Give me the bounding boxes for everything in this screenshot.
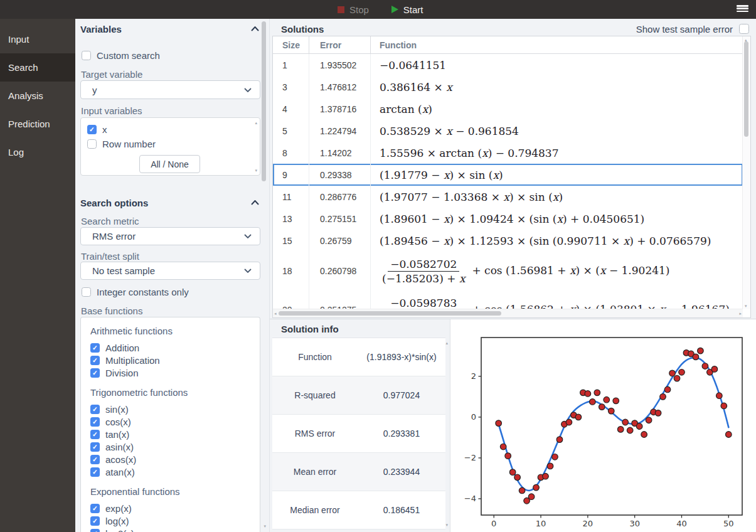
- info-label: Function: [272, 352, 358, 362]
- input-variables-box: ✓xRow number All / None ▴ ▾: [80, 117, 260, 176]
- start-button[interactable]: Start: [391, 4, 423, 15]
- sidebar-item-label: Analysis: [8, 90, 43, 101]
- scroll-down-arrow-icon[interactable]: ▾: [745, 304, 747, 308]
- base-function-division-checkbox[interactable]: ✓: [90, 368, 100, 378]
- function-group-title: Trigonometric functions: [90, 387, 260, 398]
- solution-info-row: Function(1.91893-x)*sin(x): [272, 338, 445, 376]
- hamburger-menu-icon[interactable]: [737, 5, 748, 13]
- search-metric-select[interactable]: RMS error: [80, 227, 260, 245]
- scrollbar-thumb[interactable]: [744, 41, 748, 137]
- base-function-log2-x-option[interactable]: ✓log2(x): [90, 527, 260, 532]
- base-function-log2-x-checkbox[interactable]: ✓: [90, 529, 100, 532]
- base-function-tan-x-option[interactable]: ✓tan(x): [90, 428, 260, 440]
- base-function-acos-x-checkbox[interactable]: ✓: [90, 455, 100, 464]
- solutions-row[interactable]: 81.142021.55596 × arctan (x) − 0.794837: [273, 142, 743, 164]
- base-function-addition-checkbox[interactable]: ✓: [90, 343, 100, 353]
- scroll-up-arrow-icon[interactable]: ▴: [255, 120, 257, 125]
- base-function-atan-x-checkbox[interactable]: ✓: [90, 467, 100, 477]
- base-function-exp-x-checkbox[interactable]: ✓: [90, 504, 100, 513]
- solutions-row[interactable]: 11.935502−0.0641151: [273, 54, 743, 76]
- base-function-log2-x-label: log2(x): [105, 528, 134, 532]
- sidebar-item-log[interactable]: Log: [0, 138, 75, 166]
- show-test-sample-error-checkbox[interactable]: [739, 24, 749, 34]
- search-metric-label: Search metric: [81, 216, 139, 227]
- svg-text:−4: −4: [464, 494, 476, 503]
- stop-button-label: Stop: [349, 4, 369, 15]
- solutions-horizontal-scrollbar[interactable]: ◂ ▸: [273, 309, 743, 317]
- solution-info-row: R-squared0.977024: [272, 376, 445, 415]
- column-header-error[interactable]: Error: [309, 36, 371, 53]
- solution-function: (1.89601 − x) × 1.09424 × (sin (x) + 0.0…: [371, 208, 743, 230]
- target-variable-select[interactable]: y: [80, 80, 260, 99]
- column-header-function[interactable]: Function: [371, 36, 750, 53]
- custom-search-checkbox[interactable]: [82, 51, 91, 60]
- base-function-tan-x-label: tan(x): [105, 429, 129, 440]
- solutions-vertical-scrollbar[interactable]: ▴ ▾: [742, 36, 750, 309]
- stop-button[interactable]: Stop: [338, 4, 369, 15]
- scroll-down-arrow-icon[interactable]: ▾: [255, 168, 257, 173]
- base-function-asin-x-checkbox[interactable]: ✓: [90, 442, 100, 452]
- base-function-sin-x-checkbox[interactable]: ✓: [90, 405, 100, 414]
- base-function-sin-x-option[interactable]: ✓sin(x): [90, 403, 260, 415]
- base-function-cos-x-option[interactable]: ✓cos(x): [90, 415, 260, 428]
- solutions-row[interactable]: 180.260798−0.0582702(−1.85203) + x+ cos …: [273, 252, 743, 290]
- solutions-row[interactable]: 130.275151(1.89601 − x) × 1.09424 × (sin…: [273, 208, 743, 230]
- solutions-row[interactable]: 110.286776(1.97077 − 1.03368 × x) × sin …: [273, 186, 743, 208]
- scroll-down-arrow-icon[interactable]: ▾: [445, 523, 448, 527]
- base-function-log-x-option[interactable]: ✓log(x): [90, 514, 260, 527]
- custom-search-option[interactable]: Custom search: [82, 50, 160, 61]
- scrollbar-thumb[interactable]: [279, 311, 501, 316]
- base-function-tan-x-checkbox[interactable]: ✓: [90, 430, 100, 439]
- integer-constants-option[interactable]: Integer constants only: [82, 287, 189, 297]
- input-variable-row-number-option[interactable]: Row number: [87, 137, 260, 151]
- scroll-left-arrow-icon[interactable]: ◂: [274, 311, 277, 316]
- base-function-atan-x-option[interactable]: ✓atan(x): [90, 466, 260, 478]
- solutions-row[interactable]: 200.251275−0.0598783(−1.85107) + x+ cos …: [273, 290, 743, 309]
- solutions-row[interactable]: 41.378716arctan (x): [273, 98, 743, 120]
- sidebar-item-label: Log: [8, 147, 24, 157]
- input-variable-x-option[interactable]: ✓x: [87, 123, 260, 136]
- base-function-acos-x-option[interactable]: ✓acos(x): [90, 453, 260, 466]
- show-test-sample-error-option[interactable]: Show test sample error: [636, 24, 749, 35]
- base-function-multiplication-label: Multiplication: [105, 355, 160, 366]
- solution-function: 1.55596 × arctan (x) − 0.794837: [371, 142, 743, 164]
- scroll-right-arrow-icon[interactable]: ▸: [739, 311, 742, 316]
- input-variable-x-checkbox[interactable]: ✓: [87, 125, 97, 134]
- stop-icon: [338, 6, 344, 13]
- all-none-button[interactable]: All / None: [139, 155, 200, 173]
- train-test-split-select[interactable]: No test sample: [80, 262, 260, 280]
- left-panel-scrollbar[interactable]: [262, 21, 266, 522]
- base-function-addition-option[interactable]: ✓Addition: [90, 341, 260, 354]
- integer-constants-checkbox[interactable]: [82, 287, 91, 297]
- sidebar-item-prediction[interactable]: Prediction: [0, 110, 75, 138]
- input-variable-row-number-checkbox[interactable]: [87, 139, 97, 149]
- base-function-multiplication-option[interactable]: ✓Multiplication: [90, 354, 260, 366]
- svg-text:30: 30: [629, 519, 640, 528]
- column-header-size[interactable]: Size: [273, 36, 309, 53]
- solutions-row[interactable]: 51.2247940.538529 × x − 0.961854: [273, 120, 743, 142]
- solutions-row[interactable]: 150.26759(1.89456 − x) × 1.12593 × (sin …: [273, 230, 743, 252]
- variables-section-header[interactable]: Variables: [80, 23, 259, 35]
- solution-info-title: Solution info: [281, 324, 339, 334]
- scroll-down-arrow-icon[interactable]: ▾: [264, 524, 266, 528]
- base-function-asin-x-option[interactable]: ✓asin(x): [90, 440, 260, 453]
- search-metric-value: RMS error: [92, 231, 136, 242]
- solution-info-row: Mean error0.233944: [272, 453, 445, 491]
- search-options-section-header[interactable]: Search options: [80, 196, 259, 209]
- sidebar-item-input[interactable]: Input: [0, 25, 75, 53]
- solutions-row[interactable]: 90.29338(1.91779 − x) × sin (x): [273, 164, 743, 186]
- info-value: 0.977024: [358, 390, 445, 400]
- solutions-row[interactable]: 31.4768120.386164 × x: [273, 76, 743, 98]
- variables-section-title: Variables: [80, 24, 122, 35]
- base-function-division-option[interactable]: ✓Division: [90, 366, 260, 379]
- sidebar-item-search[interactable]: Search: [0, 53, 75, 82]
- base-function-exp-x-option[interactable]: ✓exp(x): [90, 502, 260, 514]
- base-function-log-x-checkbox[interactable]: ✓: [90, 516, 100, 526]
- sidebar-item-analysis[interactable]: Analysis: [0, 82, 75, 110]
- solution-function: 0.538529 × x − 0.961854: [371, 120, 743, 142]
- base-function-multiplication-checkbox[interactable]: ✓: [90, 356, 100, 365]
- base-function-cos-x-checkbox[interactable]: ✓: [90, 417, 100, 427]
- search-settings-panel: Variables Custom search Target variable …: [75, 19, 270, 532]
- scroll-up-arrow-icon[interactable]: ▴: [445, 341, 448, 345]
- base-function-addition-label: Addition: [105, 343, 139, 353]
